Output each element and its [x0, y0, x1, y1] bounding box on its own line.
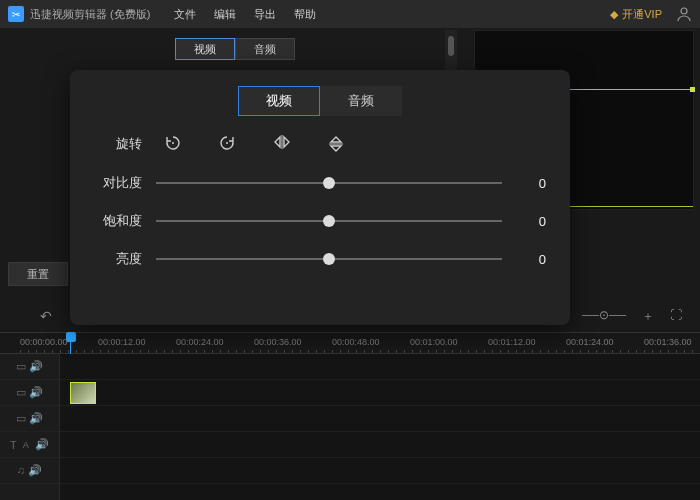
ruler-tick: 00:00:36.00: [254, 337, 302, 347]
ruler-tick: 00:00:00.00: [20, 337, 68, 347]
svg-point-0: [681, 8, 687, 14]
contrast-value: 0: [516, 176, 546, 191]
ruler-tick: 00:00:48.00: [332, 337, 380, 347]
ruler-tick: 00:00:24.00: [176, 337, 224, 347]
zoom-in-icon[interactable]: ＋: [642, 308, 654, 325]
flip-vertical-icon[interactable]: [328, 134, 344, 154]
brightness-label: 亮度: [94, 250, 142, 268]
ruler-tick: 00:00:12.00: [98, 337, 146, 347]
modal-tab-audio[interactable]: 音频: [320, 86, 402, 116]
menu-edit[interactable]: 编辑: [214, 7, 236, 22]
svg-point-1: [172, 142, 174, 144]
rotate-right-icon[interactable]: [218, 134, 236, 154]
saturation-value: 0: [516, 214, 546, 229]
ruler-tick: 00:01:24.00: [566, 337, 614, 347]
ruler-tick: 00:01:36.00: [644, 337, 692, 347]
brightness-value: 0: [516, 252, 546, 267]
menu-file[interactable]: 文件: [174, 7, 196, 22]
track-row: [60, 432, 700, 458]
track-label-video[interactable]: ▭ 🔊: [0, 354, 59, 380]
saturation-label: 饱和度: [94, 212, 142, 230]
brightness-slider[interactable]: [156, 252, 502, 266]
vip-button[interactable]: ◆ 开通VIP: [610, 7, 662, 22]
user-account-icon[interactable]: [676, 6, 692, 22]
ruler-tick: 00:01:12.00: [488, 337, 536, 347]
menu-export[interactable]: 导出: [254, 7, 276, 22]
main-menu: 文件 编辑 导出 帮助: [174, 7, 316, 22]
flip-horizontal-icon[interactable]: [272, 134, 292, 154]
svg-point-2: [226, 142, 228, 144]
menu-help[interactable]: 帮助: [294, 7, 316, 22]
reset-button[interactable]: 重置: [8, 262, 68, 286]
timeline-ruler[interactable]: 00:00:00.0000:00:12.0000:00:24.0000:00:3…: [0, 332, 700, 354]
track-content[interactable]: [60, 354, 700, 500]
track-label-audio[interactable]: ♫ 🔊: [0, 458, 59, 484]
undo-icon[interactable]: ↶: [40, 308, 52, 324]
track-labels: ▭ 🔊 ▭ 🔊 ▭ 🔊 TA 🔊 ♫ 🔊: [0, 354, 60, 500]
track-label-text[interactable]: TA 🔊: [0, 432, 59, 458]
track-row: [60, 354, 700, 380]
track-row: [60, 380, 700, 406]
contrast-slider[interactable]: [156, 176, 502, 190]
track-label-video2[interactable]: ▭ 🔊: [0, 380, 59, 406]
upper-tab-video[interactable]: 视频: [175, 38, 235, 60]
ruler-tick: 00:01:00.00: [410, 337, 458, 347]
vip-label: 开通VIP: [622, 7, 662, 22]
zoom-slider-icon[interactable]: ──⊙──: [582, 308, 626, 325]
track-label-overlay[interactable]: ▭ 🔊: [0, 406, 59, 432]
contrast-label: 对比度: [94, 174, 142, 192]
track-row: [60, 458, 700, 484]
track-row: [60, 406, 700, 432]
upper-tab-audio[interactable]: 音频: [235, 38, 295, 60]
video-clip[interactable]: [70, 382, 96, 404]
fit-icon[interactable]: ⛶: [670, 308, 682, 325]
rotate-left-icon[interactable]: [164, 134, 182, 154]
edit-toolbar: ↶: [40, 308, 52, 324]
titlebar: ✂ 迅捷视频剪辑器 (免费版) 文件 编辑 导出 帮助 ◆ 开通VIP: [0, 0, 700, 28]
adjustment-panel: 视频 音频 旋转 对比度 0 饱和度 0 亮度 0: [70, 70, 570, 325]
diamond-icon: ◆: [610, 8, 618, 21]
timeline-tracks: ▭ 🔊 ▭ 🔊 ▭ 🔊 TA 🔊 ♫ 🔊: [0, 354, 700, 500]
app-logo-icon: ✂: [8, 6, 24, 22]
saturation-slider[interactable]: [156, 214, 502, 228]
modal-tab-video[interactable]: 视频: [238, 86, 320, 116]
app-title: 迅捷视频剪辑器 (免费版): [30, 7, 150, 22]
rotate-label: 旋转: [94, 135, 142, 153]
